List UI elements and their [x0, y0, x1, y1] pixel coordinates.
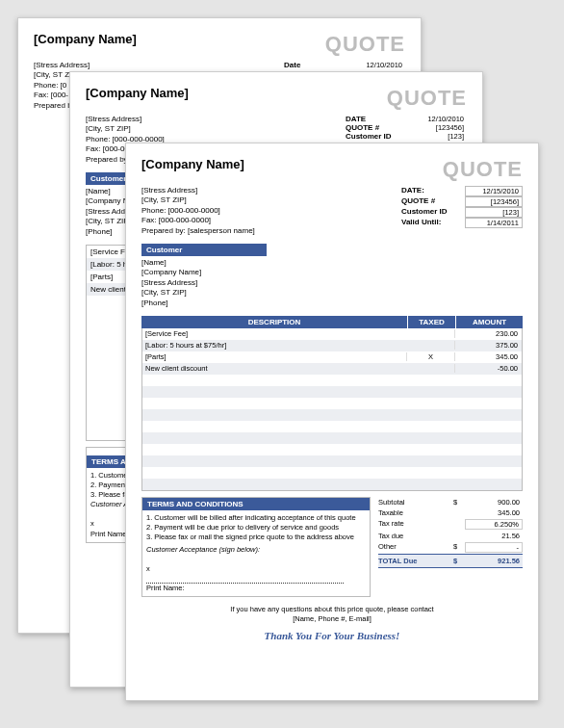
- cell-amount: -50.00: [454, 364, 522, 373]
- terms-header: TERMS AND CONDITIONS: [142, 498, 370, 510]
- customer-id-value: [123]: [465, 207, 523, 218]
- table-row: New client discount-50.00: [142, 363, 522, 375]
- valid-until-label: Valid Until:: [401, 218, 459, 228]
- quote-page-front: [Company Name] QUOTE [Stress Address] [C…: [125, 143, 539, 701]
- footer: If you have any questions about this pri…: [141, 605, 523, 643]
- cell-description: New client discount: [142, 364, 406, 373]
- date-value: 12/15/2010: [465, 186, 523, 196]
- acceptance-line: Customer Acceptance (sign below):: [146, 545, 366, 555]
- thank-you: Thank You For Your Business!: [141, 629, 523, 643]
- table-row: [142, 386, 522, 398]
- col-taxed: TAXED: [407, 316, 455, 328]
- terms-line: 2. Payment will be due prior to delivery…: [146, 523, 366, 533]
- valid-until-value: 1/14/2011: [465, 218, 523, 228]
- cell-description: [Labor: 5 hours at $75/hr]: [142, 341, 406, 350]
- terms-line: 3. Please fax or mail the signed price q…: [146, 533, 366, 542]
- col-amount: AMOUNT: [455, 316, 523, 328]
- other-value: -: [465, 542, 523, 553]
- taxable-label: Taxable: [378, 508, 453, 517]
- table-row: [142, 409, 522, 421]
- company-name: [Company Name]: [34, 32, 137, 46]
- table-row: [142, 455, 522, 467]
- company-name: [Company Name]: [86, 86, 189, 100]
- total-value: 921.56: [465, 557, 523, 565]
- cell-description: [Parts]: [142, 352, 406, 361]
- taxdue-value: 21.56: [465, 532, 523, 540]
- table-row: [142, 479, 522, 490]
- total-label: TOTAL Due: [378, 557, 453, 565]
- taxrate-label: Tax rate: [378, 519, 453, 530]
- table-row: [142, 398, 522, 409]
- quote-num-label: QUOTE #: [401, 196, 459, 207]
- totals-block: Subtotal$900.00 Taxable345.00 Tax rate6.…: [378, 497, 523, 597]
- table-row: [Parts]X345.00: [142, 351, 522, 363]
- table-row: [142, 444, 522, 455]
- quote-num-value: [123456]: [465, 196, 523, 207]
- address-block: [Stress Address] [City, ST ZIP] Phone: […: [141, 186, 255, 236]
- quote-title: QUOTE: [325, 32, 405, 57]
- table-row: [Service Fee]230.00: [142, 328, 522, 340]
- table-row: [142, 467, 522, 479]
- col-description: DESCRIPTION: [141, 316, 407, 328]
- subtotal-value: 900.00: [465, 498, 523, 507]
- meta-block: DATE:12/15/2010 QUOTE #[123456] Customer…: [401, 186, 523, 228]
- terms-box: TERMS AND CONDITIONS 1. Customer will be…: [141, 497, 371, 597]
- table-row: [142, 421, 522, 432]
- taxdue-label: Tax due: [378, 532, 453, 540]
- customer-block: [Name] [Company Name] [Stress Address] […: [141, 258, 523, 308]
- cell-amount: 375.00: [454, 341, 522, 350]
- table-row: [Labor: 5 hours at $75/hr]375.00: [142, 340, 522, 351]
- signature-x: x: [146, 564, 366, 574]
- subtotal-label: Subtotal: [378, 498, 453, 507]
- cell-amount: 230.00: [454, 329, 522, 338]
- company-name: [Company Name]: [141, 157, 244, 171]
- cell-description: [Service Fee]: [142, 329, 406, 338]
- line-items-body: [Service Fee]230.00[Labor: 5 hours at $7…: [141, 328, 523, 491]
- taxrate-value: 6.250%: [465, 519, 523, 530]
- table-row: [142, 375, 522, 386]
- date-label: DATE:: [401, 186, 459, 196]
- other-label: Other: [378, 542, 453, 553]
- taxable-value: 345.00: [465, 508, 523, 517]
- print-name-label: Print Name:: [146, 584, 366, 593]
- cell-taxed: X: [406, 352, 454, 361]
- table-row: [142, 432, 522, 444]
- quote-title: QUOTE: [387, 86, 467, 111]
- line-items-header: DESCRIPTION TAXED AMOUNT: [141, 316, 523, 328]
- terms-line: 1. Customer will be billed after indicat…: [146, 513, 366, 523]
- cell-amount: 345.00: [454, 352, 522, 361]
- customer-header: Customer: [141, 244, 267, 256]
- quote-title: QUOTE: [443, 157, 523, 182]
- meta-block: DATE12/10/2010 QUOTE #[123456] Customer …: [346, 115, 467, 141]
- customer-id-label: Customer ID: [401, 207, 459, 218]
